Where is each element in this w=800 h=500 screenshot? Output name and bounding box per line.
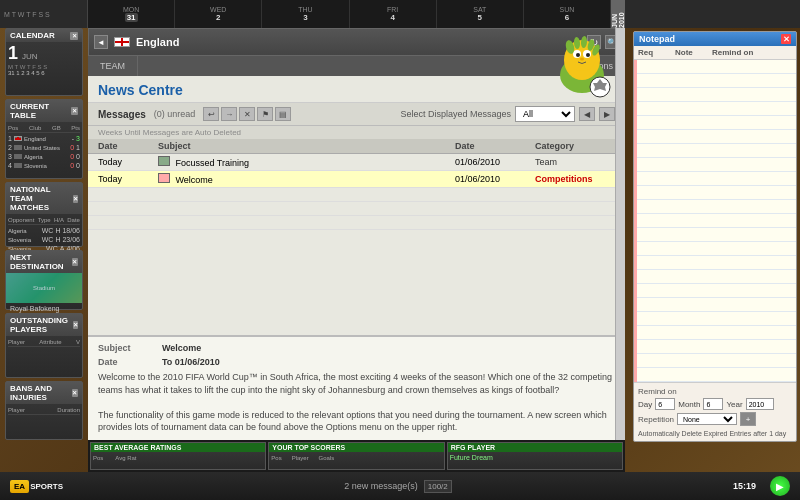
messages-column-headers: Date Subject Date Category <box>88 139 625 154</box>
ea-sports-logo: EA SPORTS <box>10 480 63 493</box>
cal-day-1: WED 2 <box>175 0 262 28</box>
current-table-panel: CURRENT TABLE ✕ Pos Club GB Pts 1 Englan… <box>5 99 83 179</box>
calendar-header-left: M T W T F S S <box>0 0 88 28</box>
team-nav-prev[interactable]: ◄ <box>94 35 108 49</box>
repetition-dropdown[interactable]: None <box>677 413 737 425</box>
messages-list[interactable]: Today Focussed Training 01/06/2010 Team … <box>88 154 625 335</box>
players-content: Player Attribute V <box>6 336 82 350</box>
subject-label: Subject <box>98 343 158 353</box>
rfg-title: RFG PLAYER <box>448 443 622 452</box>
time-display: 15:19 <box>733 481 756 491</box>
natteam-header: Opponent Type H/A Date <box>8 216 80 225</box>
rfg-player-panel: RFG PLAYER Future Dream <box>447 442 623 470</box>
reminder-section: Remind on Day Month Year Repetition None… <box>634 382 796 441</box>
bans-panel-title: BANS AND INJURIES ✕ <box>6 382 82 404</box>
top-scorers-content: Pos Player Goals <box>269 452 443 463</box>
detail-date-row: Date To 01/06/2010 <box>98 357 615 367</box>
status-bar: EA SPORTS 2 new message(s) 100/2 15:19 ▶ <box>0 472 800 500</box>
cal-day-name-1: WED <box>210 6 226 13</box>
natteam-row: Slovenia WC H 23/06 <box>8 235 80 244</box>
cal-day-name-5: SUN <box>560 6 575 13</box>
left-panel: CALENDAR ✕ 1 JUN M T W T F S S 31 1 2 3 … <box>5 28 83 440</box>
news-title: News Centre <box>88 76 625 103</box>
notepad-close-btn[interactable]: ✕ <box>781 34 791 44</box>
team-bar: ◄ England ↻ 🔍 <box>88 28 625 56</box>
msg-icon-comp <box>158 173 170 183</box>
cal-day-num-2: 3 <box>303 13 307 22</box>
notepad: Notepad ✕ Req Note Remind on Remind on D… <box>633 31 797 442</box>
message-row-empty-2 <box>88 216 625 230</box>
reply-btn[interactable]: ↩ <box>203 107 219 121</box>
nextdest-close-btn[interactable]: ✕ <box>72 258 78 266</box>
current-day: 1 <box>8 44 18 62</box>
bans-close-btn[interactable]: ✕ <box>72 389 78 397</box>
year-label: Year <box>726 400 742 409</box>
notepad-columns: Req Note Remind on <box>634 46 796 60</box>
notepad-title: Notepad <box>639 34 675 44</box>
remind-label: Remind on <box>638 387 677 396</box>
players-close-btn[interactable]: ✕ <box>73 321 78 329</box>
day-row: Day Month Year <box>638 398 792 410</box>
forward-btn[interactable]: → <box>221 107 237 121</box>
filter-dropdown[interactable]: All <box>515 106 575 122</box>
cal-day-num-5: 6 <box>565 13 569 22</box>
day-input[interactable] <box>655 398 675 410</box>
calendar-content: 1 JUN M T W T F S S 31 1 2 3 4 5 6 <box>6 42 82 78</box>
natteam-content: Opponent Type H/A Date Algeria WC H 18/0… <box>6 214 82 255</box>
calendar-panel-title: CALENDAR ✕ <box>6 29 82 42</box>
players-header: Player Attribute V <box>8 338 80 347</box>
detail-body: Welcome to the 2010 FIFA World Cup™ in S… <box>98 371 615 434</box>
table-row: 4 Slovenia 0 0 <box>8 161 80 170</box>
cal-day-num-3: 4 <box>390 13 394 22</box>
cal-day-2: THU 3 <box>262 0 349 28</box>
natteam-close-btn[interactable]: ✕ <box>73 195 78 203</box>
msg-icon-team <box>158 156 170 166</box>
messages-toolbar: ↩ → ✕ ⚑ ▤ <box>203 107 291 121</box>
players-panel-title: OUTSTANDING PLAYERS ✕ <box>6 314 82 336</box>
cal-day-name-4: SAT <box>473 6 486 13</box>
detail-scrollbar[interactable] <box>615 103 625 440</box>
best-ratings-panel: BEST AVERAGE RATINGS Pos Avg Rat <box>90 442 266 470</box>
news-content-area: News Centre Messages (0) unread ↩ → ✕ ⚑ … <box>88 76 625 440</box>
nextdest-panel-title: NEXT DESTINATION ✕ <box>6 251 82 273</box>
subject-value: Welcome <box>162 343 615 353</box>
flag-btn[interactable]: ⚑ <box>257 107 273 121</box>
ea-logo: EA <box>10 480 29 493</box>
detail-header: Subject Welcome <box>98 343 615 353</box>
cal-day-num-0: 31 <box>125 13 138 22</box>
refresh-btn[interactable]: ↻ <box>587 35 601 49</box>
delete-btn[interactable]: ✕ <box>239 107 255 121</box>
year-input[interactable] <box>746 398 774 410</box>
team-flag <box>114 37 130 47</box>
tab-team[interactable]: TEAM <box>88 56 138 76</box>
remind-on-row: Remind on <box>638 387 792 396</box>
messages-header: Messages (0) unread ↩ → ✕ ⚑ ▤ Select Dis… <box>88 103 625 126</box>
cal-day-name-2: THU <box>298 6 312 13</box>
table-close-btn[interactable]: ✕ <box>71 107 78 115</box>
messages-label: Messages <box>98 109 146 120</box>
calendar-panel: CALENDAR ✕ 1 JUN M T W T F S S 31 1 2 3 … <box>5 28 83 96</box>
message-row-1[interactable]: Today Welcome 01/06/2010 Competitions <box>88 171 625 188</box>
message-row-empty-1 <box>88 202 625 216</box>
month-input[interactable] <box>703 398 723 410</box>
repetition-row: Repetition None + <box>638 412 792 426</box>
table-content: Pos Club GB Pts 1 England - 3 2 United S… <box>6 122 82 172</box>
play-button[interactable]: ▶ <box>770 476 790 496</box>
filter-next-btn[interactable]: ▶ <box>599 107 615 121</box>
next-destination-panel: NEXT DESTINATION ✕ Stadium Royal Bafoken… <box>5 250 83 310</box>
best-ratings-title: BEST AVERAGE RATINGS <box>91 443 265 452</box>
day-label: Day <box>638 400 652 409</box>
cal-day-0: MON 31 <box>88 0 175 28</box>
msg-count-badge: 100/2 <box>424 480 452 493</box>
filter-btn[interactable]: ◀ <box>579 107 595 121</box>
cal-day-3: FRI 4 <box>350 0 437 28</box>
cal-day-4: SAT 5 <box>437 0 524 28</box>
message-row-0[interactable]: Today Focussed Training 01/06/2010 Team <box>88 154 625 171</box>
archive-btn[interactable]: ▤ <box>275 107 291 121</box>
england-flag-icon <box>14 136 22 141</box>
destination-image: Stadium <box>6 273 82 303</box>
outstanding-players-panel: OUTSTANDING PLAYERS ✕ Player Attribute V <box>5 313 83 378</box>
date-value: To 01/06/2010 <box>162 357 615 367</box>
calendar-close-btn[interactable]: ✕ <box>70 32 78 40</box>
add-reminder-btn[interactable]: + <box>740 412 756 426</box>
